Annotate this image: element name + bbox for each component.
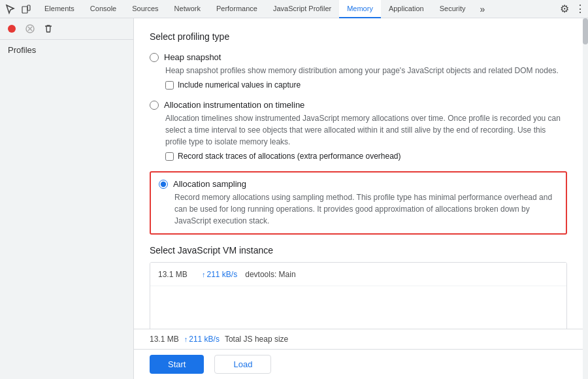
status-label: Total JS heap size xyxy=(225,335,288,344)
start-button[interactable]: Start xyxy=(150,355,204,374)
heap-snapshot-desc: Heap snapshot profiles show memory distr… xyxy=(165,65,567,76)
tab-elements[interactable]: Elements xyxy=(37,0,82,18)
vm-table: 13.1 MB ↑ 211 kB/s devtools: Main xyxy=(150,262,567,329)
heap-snapshot-option: Heap snapshot Heap snapshot profiles sho… xyxy=(150,52,567,90)
status-bar: 13.1 MB ↑ 211 kB/s Total JS heap size xyxy=(134,329,583,349)
svg-point-2 xyxy=(8,25,16,33)
element-picker-icon[interactable] xyxy=(4,3,17,16)
vm-rate-arrow-icon: ↑ xyxy=(202,271,206,278)
devtools-toolbar: Elements Console Sources Network Perform… xyxy=(0,0,588,18)
clear-profiles-button[interactable] xyxy=(41,21,56,37)
svg-rect-1 xyxy=(27,5,30,10)
allocation-sampling-desc: Record memory allocations using sampling… xyxy=(174,191,558,227)
allocation-sampling-header: Allocation sampling xyxy=(159,179,558,189)
scrollbar-thumb[interactable] xyxy=(583,18,588,44)
heap-snapshot-label[interactable]: Heap snapshot xyxy=(164,52,221,62)
status-size: 13.1 MB xyxy=(150,335,179,344)
vm-table-empty xyxy=(150,286,566,329)
status-rate-arrow-icon: ↑ xyxy=(184,335,188,343)
settings-button[interactable]: ⚙ xyxy=(557,1,572,17)
action-buttons: Start Load xyxy=(134,349,583,379)
vm-rate: ↑ 211 kB/s xyxy=(202,270,237,279)
scrollbar[interactable] xyxy=(583,18,588,379)
tab-network[interactable]: Network xyxy=(167,0,208,18)
more-options-button[interactable]: ⋮ xyxy=(572,1,588,17)
tab-performance[interactable]: Performance xyxy=(208,0,265,18)
vm-rate-value: 211 kB/s xyxy=(207,270,238,279)
tab-security[interactable]: Security xyxy=(432,0,474,18)
tab-application[interactable]: Application xyxy=(381,0,432,18)
sidebar-toolbar xyxy=(0,18,133,40)
tab-sources[interactable]: Sources xyxy=(124,0,166,18)
stop-recording-button[interactable] xyxy=(22,21,38,37)
record-stack-label[interactable]: Record stack traces of allocations (extr… xyxy=(178,152,401,161)
toolbar-icons xyxy=(0,3,37,16)
allocation-instrumentation-header: Allocation instrumentation on timeline xyxy=(150,100,567,110)
allocation-sampling-radio[interactable] xyxy=(159,180,168,189)
load-button[interactable]: Load xyxy=(214,355,271,374)
device-toggle-icon[interactable] xyxy=(20,3,33,16)
main-content: Select profiling type Heap snapshot Heap… xyxy=(134,18,583,329)
sidebar: Profiles xyxy=(0,18,134,379)
status-rate: ↑ 211 kB/s xyxy=(184,335,220,344)
vm-section-title: Select JavaScript VM instance xyxy=(150,245,567,255)
allocation-instrumentation-sub: Record stack traces of allocations (extr… xyxy=(165,152,567,161)
heap-snapshot-header: Heap snapshot xyxy=(150,52,567,62)
heap-snapshot-radio[interactable] xyxy=(150,53,159,62)
record-stack-checkbox[interactable] xyxy=(165,152,174,161)
vm-name: devtools: Main xyxy=(245,270,295,279)
start-recording-button[interactable] xyxy=(4,21,20,37)
more-tabs-button[interactable]: » xyxy=(474,1,490,17)
allocation-instrumentation-option: Allocation instrumentation on timeline A… xyxy=(150,100,567,161)
include-numerical-label[interactable]: Include numerical values in capture xyxy=(178,80,301,90)
allocation-sampling-label[interactable]: Allocation sampling xyxy=(173,179,246,189)
allocation-instrumentation-label[interactable]: Allocation instrumentation on timeline xyxy=(164,100,304,110)
allocation-instrumentation-desc: Allocation timelines show instrumented J… xyxy=(165,112,567,148)
status-rate-value: 211 kB/s xyxy=(189,335,220,344)
tab-memory[interactable]: Memory xyxy=(339,0,381,18)
tab-js-profiler[interactable]: JavaScript Profiler xyxy=(265,0,339,18)
vm-row[interactable]: 13.1 MB ↑ 211 kB/s devtools: Main xyxy=(150,263,566,286)
heap-snapshot-sub: Include numerical values in capture xyxy=(165,80,567,90)
svg-rect-0 xyxy=(22,7,27,13)
select-type-title: Select profiling type xyxy=(150,31,567,42)
main-area: Profiles Select profiling type Heap snap… xyxy=(0,18,588,379)
include-numerical-checkbox[interactable] xyxy=(165,81,174,90)
allocation-instrumentation-radio[interactable] xyxy=(150,101,159,110)
vm-size: 13.1 MB xyxy=(158,270,194,279)
allocation-sampling-option: Allocation sampling Record memory alloca… xyxy=(150,171,567,235)
tab-console[interactable]: Console xyxy=(82,0,124,18)
vm-section: Select JavaScript VM instance 13.1 MB ↑ … xyxy=(150,245,567,329)
profiles-label: Profiles xyxy=(0,40,133,60)
